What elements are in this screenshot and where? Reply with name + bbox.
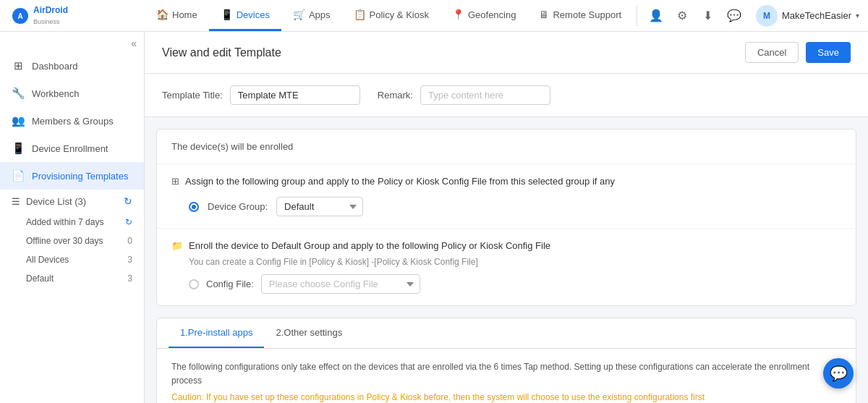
sidebar: « ⊞ Dashboard 🔧 Workbench 👥 Members & Gr… xyxy=(0,32,145,403)
nav-apps[interactable]: 🛒 Apps xyxy=(281,0,342,31)
assign-icon: ⊞ xyxy=(171,176,179,187)
sidebar-item-members[interactable]: 👥 Members & Groups xyxy=(0,107,144,135)
policy-icon: 📋 xyxy=(354,9,366,20)
user-name: MakeTechEasier xyxy=(782,10,851,21)
members-icon: 👥 xyxy=(12,114,25,127)
nav-policy[interactable]: 📋 Policy & Kiosk xyxy=(342,0,441,31)
sidebar-sub-added-7-days[interactable]: Added within 7 days ↻ xyxy=(0,213,144,232)
folder-icon: 📁 xyxy=(171,240,183,251)
nav-devices[interactable]: 📱 Devices xyxy=(209,0,281,31)
device-group-radio-group: Device Group: Default xyxy=(189,197,841,216)
assign-section-text: Assign to the following group and apply … xyxy=(185,176,615,187)
nav-geofencing[interactable]: 📍 Geofencing xyxy=(441,0,528,31)
workbench-icon: 🔧 xyxy=(12,87,25,100)
dashboard-icon: ⊞ xyxy=(12,59,25,72)
provisioning-icon: 📄 xyxy=(12,169,25,182)
cancel-button[interactable]: Cancel xyxy=(745,42,799,63)
sidebar-members-label: Members & Groups xyxy=(32,116,114,127)
config-file-select[interactable]: Please choose Config File xyxy=(261,274,420,294)
tab-description: The following configurations only take e… xyxy=(171,360,841,388)
logo: A AirDroidBusiness xyxy=(12,5,68,26)
nav-home[interactable]: 🏠 Home xyxy=(145,0,209,31)
nav-policy-label: Policy & Kiosk xyxy=(370,9,429,20)
enroll-section-text: Enroll the device to Default Group and a… xyxy=(189,240,550,251)
page-title: View and edit Template xyxy=(162,46,281,59)
enrollment-status-text: The device(s) will be enrolled xyxy=(171,141,293,152)
device-list-header[interactable]: ☰ Device List (3) ↻ xyxy=(0,190,144,213)
sidebar-provisioning-label: Provisioning Templates xyxy=(32,171,128,182)
save-button[interactable]: Save xyxy=(806,42,851,63)
default-label: Default xyxy=(26,273,54,284)
added-7-days-count: ↻ xyxy=(125,217,132,227)
logo-area: A AirDroidBusiness xyxy=(0,5,145,26)
assign-section-header: ⊞ Assign to the following group and appl… xyxy=(171,176,841,187)
assign-group-section: ⊞ Assign to the following group and appl… xyxy=(157,164,856,229)
device-group-label: Device Group: xyxy=(208,201,268,212)
chat-bubble-icon: 💬 xyxy=(830,365,848,382)
device-group-select[interactable]: Default xyxy=(276,197,363,216)
device-list-label: Device List (3) xyxy=(26,196,86,207)
sidebar-dashboard-label: Dashboard xyxy=(32,61,78,72)
offline-30-days-label: Offline over 30 days xyxy=(26,236,103,246)
svg-text:A: A xyxy=(17,12,22,20)
sidebar-item-provisioning[interactable]: 📄 Provisioning Templates xyxy=(0,162,144,190)
remark-input[interactable] xyxy=(420,85,550,105)
tab-other-settings[interactable]: 2.Other settings xyxy=(264,318,354,348)
geofencing-icon: 📍 xyxy=(452,9,464,20)
chevron-down-icon: ▾ xyxy=(856,12,859,20)
nav-home-label: Home xyxy=(172,9,197,20)
all-devices-count: 3 xyxy=(127,255,132,265)
apps-icon: 🛒 xyxy=(293,9,305,20)
main-layout: « ⊞ Dashboard 🔧 Workbench 👥 Members & Gr… xyxy=(0,32,868,403)
user-management-icon[interactable]: 👤 xyxy=(646,6,666,26)
template-form: Template Title: Remark: xyxy=(145,74,868,117)
sidebar-item-enrollment[interactable]: 📱 Device Enrollment xyxy=(0,135,144,162)
enroll-kiosk-section: 📁 Enroll the device to Default Group and… xyxy=(157,229,856,305)
logo-text: AirDroidBusiness xyxy=(33,5,68,26)
nav-apps-label: Apps xyxy=(309,9,331,20)
devices-icon: 📱 xyxy=(221,9,233,20)
template-title-input[interactable] xyxy=(230,85,360,105)
tab-content-preinstall: The following configurations only take e… xyxy=(157,349,856,403)
config-file-radio-row: Config File: Please choose Config File xyxy=(189,274,841,294)
download-icon[interactable]: ⬇ xyxy=(698,6,718,26)
tab-caution-text: Caution: If you have set up these config… xyxy=(171,391,841,403)
remark-field: Remark: xyxy=(378,85,550,105)
config-file-radio[interactable] xyxy=(189,279,199,289)
sidebar-item-dashboard[interactable]: ⊞ Dashboard xyxy=(0,52,144,80)
user-avatar-area[interactable]: M MakeTechEasier ▾ xyxy=(750,5,859,27)
nav-remote[interactable]: 🖥 Remote Support xyxy=(527,0,633,31)
enrollment-status-section: The device(s) will be enrolled xyxy=(157,130,856,164)
nav-remote-label: Remote Support xyxy=(553,9,621,20)
enrollment-icon: 📱 xyxy=(12,142,25,155)
radio-unchecked-indicator xyxy=(189,279,199,289)
offline-30-days-count: 0 xyxy=(127,236,132,246)
sidebar-item-workbench[interactable]: 🔧 Workbench xyxy=(0,80,144,107)
sidebar-sub-default[interactable]: Default 3 xyxy=(0,269,144,288)
avatar: M xyxy=(756,5,778,27)
tabs-bar: 1.Pre-install apps 2.Other settings xyxy=(157,318,856,349)
settings-icon[interactable]: ⚙ xyxy=(672,6,692,26)
sidebar-enrollment-label: Device Enrollment xyxy=(32,143,109,154)
enroll-helper-text: You can create a Config File in [Policy … xyxy=(189,257,841,267)
page-header: View and edit Template Cancel Save xyxy=(145,32,868,74)
sidebar-sub-all-devices[interactable]: All Devices 3 xyxy=(0,250,144,269)
device-group-radio[interactable] xyxy=(189,202,199,212)
sidebar-collapse: « xyxy=(0,32,144,52)
sidebar-sub-offline-30-days[interactable]: Offline over 30 days 0 xyxy=(0,232,144,250)
collapse-button[interactable]: « xyxy=(131,38,137,49)
logo-icon: A xyxy=(12,7,29,25)
chat-icon[interactable]: 💬 xyxy=(724,6,744,26)
chat-bubble-button[interactable]: 💬 xyxy=(823,358,854,389)
device-list-icon: ☰ xyxy=(12,196,20,207)
nav-right-icons: 👤 ⚙ ⬇ 💬 M MakeTechEasier ▾ xyxy=(637,5,868,27)
remote-icon: 🖥 xyxy=(539,9,549,20)
nav-items: 🏠 Home 📱 Devices 🛒 Apps 📋 Policy & Kiosk… xyxy=(145,0,637,31)
added-7-days-label: Added within 7 days xyxy=(26,217,103,227)
sidebar-workbench-label: Workbench xyxy=(32,88,80,99)
home-icon: 🏠 xyxy=(156,9,169,20)
refresh-icon[interactable]: ↻ xyxy=(124,195,132,207)
radio-checked-indicator xyxy=(189,202,199,212)
tab-preinstall[interactable]: 1.Pre-install apps xyxy=(169,318,264,348)
all-devices-label: All Devices xyxy=(26,255,69,265)
